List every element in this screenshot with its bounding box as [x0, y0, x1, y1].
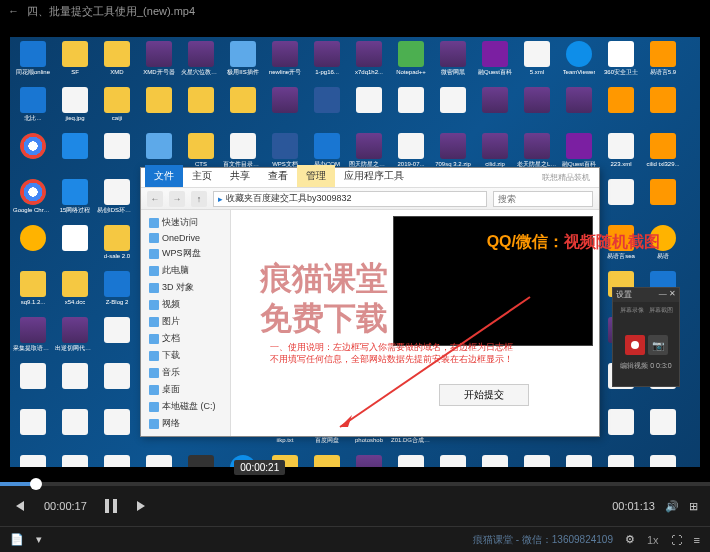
desktop-icon[interactable] [138, 85, 180, 131]
desktop-icon[interactable] [642, 85, 684, 131]
sidebar-item[interactable]: 文档 [145, 330, 226, 347]
nav-back-icon[interactable]: ← [147, 191, 163, 207]
desktop-icon[interactable]: 1-pg16... [306, 39, 348, 85]
desktop-icon[interactable]: Google Chrome [12, 177, 54, 223]
desktop-icon[interactable] [54, 453, 96, 467]
desktop-icon[interactable]: TeamViewer [558, 39, 600, 85]
tab-manage[interactable]: 管理 [297, 165, 335, 187]
sidebar-item[interactable]: 网络 [145, 415, 226, 432]
desktop-icon[interactable] [12, 453, 54, 467]
settings-icon[interactable]: ⚙ [625, 533, 635, 546]
desktop-icon[interactable]: 微密网黑 [432, 39, 474, 85]
tab-home[interactable]: 主页 [183, 165, 221, 187]
desktop-icon[interactable]: d-sale 2.0 [96, 223, 138, 269]
desktop-icon[interactable] [54, 223, 96, 269]
desktop-icon[interactable] [474, 85, 516, 131]
desktop-icon[interactable]: 360安全卫士 [600, 39, 642, 85]
sidebar-item[interactable]: 快速访问 [145, 214, 226, 231]
tab-app-tools[interactable]: 应用程序工具 [335, 165, 413, 187]
desktop-icon[interactable] [516, 453, 558, 467]
desktop-icon[interactable]: Z-Blog 2 [96, 269, 138, 315]
sidebar-item[interactable]: 本地磁盘 (C:) [145, 398, 226, 415]
desktop-icon[interactable]: 5.xml [516, 39, 558, 85]
desktop-icon[interactable]: 融Quest百科 [474, 39, 516, 85]
fullscreen-icon[interactable]: ⛶ [671, 534, 682, 546]
chapters-icon[interactable]: ⊞ [689, 500, 698, 513]
sidebar-item[interactable]: 视频 [145, 296, 226, 313]
desktop-icon[interactable]: XMD开号器 [138, 39, 180, 85]
playlist-icon[interactable]: 📄 [10, 533, 24, 546]
camera-button[interactable]: 📷 [648, 335, 668, 355]
desktop-icon[interactable] [558, 453, 600, 467]
desktop-icon[interactable] [306, 85, 348, 131]
nav-forward-icon[interactable]: → [169, 191, 185, 207]
desktop-icon[interactable] [642, 453, 684, 467]
desktop-icon[interactable] [600, 85, 642, 131]
sidebar-item[interactable]: 图片 [145, 313, 226, 330]
desktop-icon[interactable]: 易创IDS环境之代理 [96, 177, 138, 223]
desktop-icon[interactable] [516, 85, 558, 131]
desktop-icon[interactable] [390, 453, 432, 467]
desktop-icon[interactable] [642, 177, 684, 223]
sidebar-item[interactable]: WPS网盘 [145, 245, 226, 262]
desktop-icon[interactable] [96, 361, 138, 407]
desktop-icon[interactable]: 北比... [12, 85, 54, 131]
desktop-icon[interactable]: 223.xml [600, 131, 642, 177]
desktop-icon[interactable] [54, 361, 96, 407]
back-arrow-icon[interactable]: ← [8, 5, 19, 17]
address-bar[interactable]: ▸ 收藏夹百度建交工具by3009832 [213, 191, 487, 207]
desktop-icon[interactable]: sq9.1.2... [12, 269, 54, 315]
desktop-icon[interactable]: x7dq1h2... [348, 39, 390, 85]
desktop-icon[interactable] [12, 131, 54, 177]
desktop-icon[interactable]: 老黑思维 [180, 453, 222, 467]
desktop-icon[interactable]: Notepad++ [390, 39, 432, 85]
desktop-icon[interactable] [348, 85, 390, 131]
desktop-icon[interactable] [558, 85, 600, 131]
sidebar-item[interactable]: 此电脑 [145, 262, 226, 279]
desktop-icon[interactable] [12, 407, 54, 453]
desktop-icon[interactable] [180, 85, 222, 131]
desktop-icon[interactable]: zjq-asp [348, 453, 390, 467]
desktop-icon[interactable] [138, 453, 180, 467]
tab-view[interactable]: 查看 [259, 165, 297, 187]
desktop-icon[interactable] [600, 453, 642, 467]
recorder-window-controls[interactable]: — ✕ [659, 289, 676, 301]
sidebar-item[interactable]: 3D 对象 [145, 279, 226, 296]
sidebar-item[interactable]: 下载 [145, 347, 226, 364]
desktop-icon[interactable]: pywbo 1 [306, 453, 348, 467]
desktop-icon[interactable] [432, 85, 474, 131]
sidebar-item[interactable]: OneDrive [145, 231, 226, 245]
tab-share[interactable]: 共享 [221, 165, 259, 187]
desktop-icon[interactable]: x54.dcc [54, 269, 96, 315]
desktop-icon[interactable]: 火星穴位教程V4.11... [180, 39, 222, 85]
desktop-icon[interactable] [600, 177, 642, 223]
desktop-icon[interactable]: caiji [96, 85, 138, 131]
record-button[interactable] [625, 335, 645, 355]
volume-icon[interactable]: 🔊 [665, 500, 679, 513]
next-button[interactable] [135, 499, 149, 513]
seek-thumb[interactable] [30, 478, 42, 490]
desktop-icon[interactable]: 15网络过程 [54, 177, 96, 223]
desktop-icon[interactable] [12, 361, 54, 407]
desktop-icon[interactable]: 易语言5.9 [642, 39, 684, 85]
desktop-icon[interactable]: XMD [96, 39, 138, 85]
sidebar-item[interactable]: 音乐 [145, 364, 226, 381]
desktop-icon[interactable]: jieq.jpg [54, 85, 96, 131]
desktop-icon[interactable]: cilid txl329... [642, 131, 684, 177]
desktop-icon[interactable] [96, 453, 138, 467]
desktop-icon[interactable] [642, 407, 684, 453]
playback-speed[interactable]: 1x [647, 534, 659, 546]
desktop-icon[interactable]: 出逆切网代理VS.1.2... [54, 315, 96, 361]
desktop-icon[interactable] [432, 453, 474, 467]
desktop-icon[interactable] [222, 85, 264, 131]
desktop-icon[interactable] [474, 453, 516, 467]
desktop-icon[interactable] [96, 131, 138, 177]
desktop-icon[interactable] [390, 85, 432, 131]
seek-bar[interactable]: 00:00:21 [0, 482, 710, 486]
desktop-icon[interactable]: 采集提取语言文 [12, 315, 54, 361]
sidebar-item[interactable]: 桌面 [145, 381, 226, 398]
tab-file[interactable]: 文件 [145, 165, 183, 187]
desktop-icon[interactable] [96, 407, 138, 453]
desktop-icon[interactable] [264, 85, 306, 131]
desktop-icon[interactable] [96, 315, 138, 361]
